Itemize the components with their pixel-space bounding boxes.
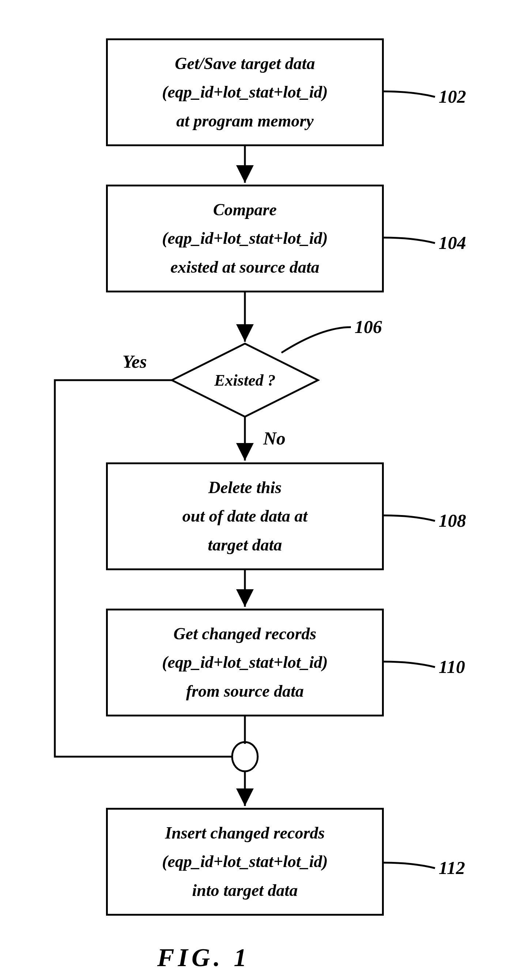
node-108-line2: out of date data at [183, 502, 307, 530]
ref-106: 106 [354, 316, 382, 337]
node-108-line3: target data [208, 531, 282, 559]
figure-caption: FIG. 1 [157, 943, 250, 972]
node-112-line1: Insert changed records [165, 819, 324, 847]
ref-112: 112 [439, 857, 465, 878]
node-102-line3: at program memory [176, 107, 314, 135]
node-108-line1: Delete this [208, 473, 282, 502]
ref-108: 108 [439, 510, 466, 531]
leader-102 [384, 91, 435, 97]
node-112-line2: (eqp_id+lot_stat+lot_id) [162, 847, 328, 876]
node-106-label: Existed ? [194, 371, 296, 390]
node-104: Compare (eqp_id+lot_stat+lot_id) existed… [106, 185, 384, 293]
ref-104: 104 [439, 232, 466, 253]
leader-110 [384, 662, 435, 667]
junction-circle [232, 742, 258, 771]
node-110-line3: from source data [186, 677, 304, 705]
node-108: Delete this out of date data at target d… [106, 462, 384, 570]
node-110-line1: Get changed records [174, 620, 316, 648]
flowchart-figure: Get/Save target data (eqp_id+lot_stat+lo… [0, 0, 507, 980]
node-102: Get/Save target data (eqp_id+lot_stat+lo… [106, 38, 384, 146]
node-104-line2: (eqp_id+lot_stat+lot_id) [162, 224, 328, 253]
leader-112 [384, 863, 435, 868]
node-102-line2: (eqp_id+lot_stat+lot_id) [162, 78, 328, 107]
edge-label-yes: Yes [122, 351, 147, 372]
node-110: Get changed records (eqp_id+lot_stat+lot… [106, 609, 384, 716]
ref-110: 110 [439, 656, 465, 677]
node-110-line2: (eqp_id+lot_stat+lot_id) [162, 648, 328, 677]
node-102-line1: Get/Save target data [175, 49, 315, 78]
node-112: Insert changed records (eqp_id+lot_stat+… [106, 808, 384, 916]
edge-label-no: No [263, 428, 286, 449]
leader-106 [281, 327, 351, 353]
node-112-line3: into target data [192, 876, 298, 905]
leader-108 [384, 515, 435, 521]
node-104-line1: Compare [213, 196, 277, 224]
leader-104 [384, 238, 435, 243]
node-104-line3: existed at source data [170, 253, 319, 282]
ref-102: 102 [439, 86, 466, 107]
